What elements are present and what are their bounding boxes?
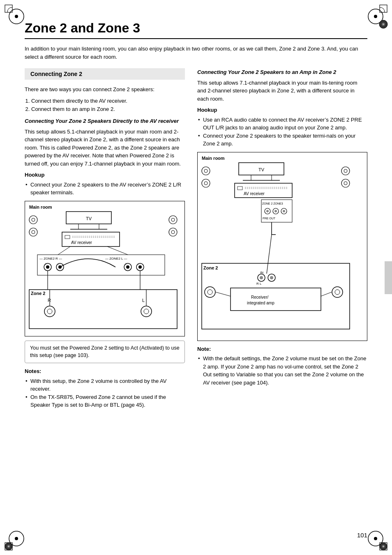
svg-point-83 [204, 182, 208, 185]
note-right-1: With the default settings, the Zone 2 vo… [197, 355, 367, 387]
note-1: With this setup, the Zone 2 volume is co… [25, 377, 185, 393]
svg-point-53 [138, 265, 142, 269]
svg-text:AV receiver: AV receiver [71, 240, 92, 245]
svg-point-34 [29, 228, 37, 236]
svg-text:ZONE 2  ZONE3: ZONE 2 ZONE3 [262, 202, 283, 205]
diagram-left: Main room TV AV receiver [25, 201, 185, 336]
svg-point-35 [32, 230, 35, 234]
two-column-layout: Connecting Zone 2 There are two ways you… [25, 68, 367, 412]
page: Zone 2 and Zone 3 In addition to your ma… [0, 0, 392, 555]
svg-text:Zone 2: Zone 2 [203, 265, 218, 270]
svg-point-44 [46, 265, 49, 269]
svg-line-68 [107, 246, 128, 255]
svg-text:TV: TV [86, 216, 92, 221]
svg-line-114 [267, 235, 272, 274]
svg-line-116 [321, 292, 332, 296]
svg-text:TV: TV [258, 167, 265, 172]
svg-text:–: – [137, 262, 139, 266]
diagram-left-svg: Main room TV AV receiver [25, 201, 181, 337]
svg-text:IN: IN [260, 271, 263, 274]
svg-point-113 [335, 290, 340, 295]
svg-point-86 [341, 179, 350, 187]
hookup-label-left: Hookup [25, 171, 185, 179]
corner-decoration-tr [363, 4, 388, 29]
svg-text:Main room: Main room [202, 156, 225, 161]
section-title-box: Connecting Zone 2 [25, 68, 185, 80]
svg-point-50 [126, 265, 129, 269]
page-title: Zone 2 and Zone 3 [25, 21, 367, 39]
svg-point-59 [44, 306, 55, 317]
svg-point-87 [344, 182, 347, 185]
svg-point-16 [374, 537, 377, 540]
right-margin-decoration [385, 261, 392, 294]
svg-point-111 [208, 290, 212, 295]
svg-text:Receiver/: Receiver/ [251, 295, 268, 299]
svg-point-110 [205, 287, 215, 297]
subsection1-title: Connecting Your Zone 2 Speakers Directly… [25, 117, 185, 125]
note-box-text: You must set the Powered Zone 2 setting … [30, 345, 180, 359]
hookup-bullet-1: Connect your Zone 2 speakers to the AV r… [25, 181, 185, 197]
note-box-left: You must set the Powered Zone 2 setting … [25, 341, 185, 364]
svg-point-33 [32, 218, 35, 221]
svg-point-39 [171, 230, 175, 234]
note-2: On the TX-SR875, Powered Zone 2 cannot b… [25, 393, 185, 409]
corner-decoration-br [363, 526, 388, 551]
svg-text:— ZONE2 L —: — ZONE2 L — [105, 257, 127, 260]
corner-decoration-tl [4, 4, 29, 29]
subsection2-body: This setup allows 7.1-channel playback i… [197, 79, 367, 103]
svg-point-60 [47, 309, 52, 314]
note-title-right: Note: [197, 345, 367, 353]
svg-text:Main room: Main room [29, 205, 52, 210]
subsection2-title: Connecting Your Zone 2 Speakers to an Am… [197, 68, 367, 76]
svg-point-8 [383, 24, 384, 25]
svg-point-61 [141, 306, 152, 317]
hookup-bullet-right-1: Use an RCA audio cable to connect the AV… [197, 116, 367, 132]
svg-point-20 [383, 546, 384, 547]
svg-text:R: R [48, 298, 51, 303]
svg-point-32 [29, 216, 37, 224]
corner-decoration-bl [4, 526, 29, 551]
hookup-bullets-left: Connect your Zone 2 speakers to the AV r… [25, 181, 185, 197]
svg-text:Zone 2: Zone 2 [31, 291, 45, 296]
svg-point-84 [341, 167, 350, 175]
svg-text:–: – [57, 262, 59, 266]
svg-point-62 [144, 309, 149, 314]
svg-text:AV receiver: AV receiver [244, 191, 265, 196]
connecting-steps: Connect them directly to the AV receiver… [31, 97, 185, 114]
step-1: Connect them directly to the AV receiver… [31, 97, 185, 106]
svg-rect-107 [231, 288, 321, 311]
svg-rect-76 [238, 187, 242, 190]
svg-point-4 [374, 15, 377, 18]
svg-text:PRE OUT: PRE OUT [263, 217, 276, 220]
diagram-right: Main room TV AV receiver [197, 152, 367, 341]
svg-point-10 [15, 537, 18, 540]
notes-title-left: Notes: [25, 367, 185, 375]
svg-line-67 [58, 246, 70, 255]
svg-text:R        L: R L [256, 282, 262, 286]
svg-point-93 [274, 210, 277, 212]
svg-point-37 [171, 218, 175, 221]
svg-text:+: + [125, 262, 127, 266]
hookup-bullets-right: Use an RCA audio cable to connect the AV… [197, 116, 367, 148]
hookup-bullet-right-2: Connect your Zone 2 speakers to the spea… [197, 132, 367, 148]
connecting-zone2-intro: There are two ways you can connect Zone … [25, 85, 185, 94]
svg-point-36 [169, 216, 177, 224]
notes-list-left: With this setup, the Zone 2 volume is co… [25, 377, 185, 409]
svg-point-95 [283, 210, 285, 212]
svg-point-85 [344, 169, 347, 173]
right-column: Connecting Your Zone 2 Speakers to an Am… [197, 68, 367, 412]
svg-text:— ZONE2 R —: — ZONE2 R — [39, 257, 62, 260]
svg-point-1 [15, 15, 18, 18]
svg-text:integrated amp: integrated amp [247, 301, 274, 305]
intro-paragraph: In addition to your main listening room,… [25, 45, 367, 61]
svg-text:L: L [142, 298, 145, 303]
svg-point-102 [260, 276, 263, 279]
svg-rect-55 [29, 290, 177, 329]
svg-point-82 [202, 179, 210, 187]
svg-rect-28 [65, 235, 70, 239]
note-list-right: With the default settings, the Zone 2 vo… [197, 355, 367, 387]
hookup-label-right: Hookup [197, 106, 367, 114]
page-number: 101 [357, 532, 367, 539]
svg-line-115 [216, 292, 231, 296]
svg-point-112 [332, 287, 343, 297]
